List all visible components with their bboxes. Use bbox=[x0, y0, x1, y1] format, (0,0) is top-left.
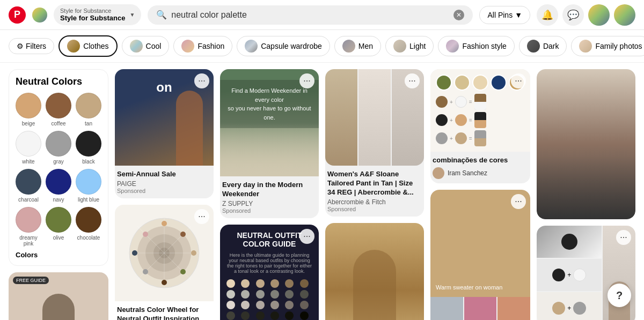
masonry-grid: Neutral Colors beige coffee tan bbox=[9, 69, 635, 320]
notifications-icon[interactable]: 🔔 bbox=[537, 4, 558, 26]
header-icons: 🔔 💬 bbox=[537, 4, 635, 26]
neutrals-wheel-card[interactable]: Neutrals Color Wheel for Neutral Outfit … bbox=[115, 205, 214, 320]
brand-label-top: Style for Substance bbox=[60, 8, 125, 14]
combinacoes-author: Iram Sanchez bbox=[448, 169, 487, 177]
color-tan: tan bbox=[76, 93, 101, 126]
pinterest-logo[interactable]: P bbox=[9, 6, 26, 24]
card-more-button[interactable]: ··· bbox=[511, 73, 526, 88]
sloane-card[interactable]: Women's A&F Sloane Tailored Pant in Tan … bbox=[325, 69, 424, 217]
column-6: + + Common Fashion Mistakes. bbox=[537, 69, 635, 320]
guide-subtitle: Here is the ultimate guide to planning y… bbox=[226, 252, 312, 274]
card-more-button[interactable]: ··· bbox=[299, 229, 314, 244]
garnet-overlay: Warm sweater on woman bbox=[436, 284, 525, 292]
svg-point-12 bbox=[180, 269, 186, 274]
neutral-colors-title: Neutral Colors bbox=[16, 76, 101, 87]
chip-men[interactable]: Men bbox=[334, 36, 381, 56]
chip-capsule[interactable]: Capsule wardrobe bbox=[237, 36, 330, 56]
card-more-button[interactable]: ··· bbox=[299, 73, 314, 88]
filter-icon: ⚙ bbox=[17, 42, 24, 50]
color-navy: navy bbox=[46, 169, 71, 203]
chevron-down-icon: ▼ bbox=[129, 12, 135, 18]
chip-fashion[interactable]: Fashion bbox=[173, 36, 232, 56]
brand-avatar bbox=[32, 8, 47, 23]
card-more-button[interactable]: ··· bbox=[194, 73, 209, 88]
neutral-guide-card[interactable]: NEUTRAL OUTFITCOLOR GUIDE Here is the ul… bbox=[220, 225, 319, 320]
profile-icon[interactable] bbox=[614, 4, 635, 26]
sloane-source: Abercrombie & Fitch bbox=[327, 198, 422, 206]
chevron-down-icon: ▼ bbox=[515, 11, 522, 19]
header-brand-btn[interactable]: Style for Substance Style for Substance … bbox=[54, 4, 141, 25]
modern-weekender-info: Every day in the Modern Weekender Z SUPP… bbox=[220, 176, 319, 218]
chip-cool[interactable]: Cool bbox=[122, 36, 170, 56]
chip-fashion-style[interactable]: Fashion style bbox=[438, 36, 514, 56]
messages-icon[interactable]: 💬 bbox=[562, 4, 584, 26]
color-gray: gray bbox=[46, 131, 71, 165]
home-icon[interactable] bbox=[588, 4, 610, 26]
combinacoes-title: combinações de cores bbox=[433, 156, 528, 165]
colors-section: Colors bbox=[16, 251, 101, 259]
color-dreamy-pink: dreamy pink bbox=[16, 207, 41, 247]
garnet-more-button[interactable]: ··· bbox=[511, 194, 526, 209]
all-pins-label: All Pins bbox=[487, 11, 513, 19]
semi-annual-card[interactable]: on Semi-Annual Sale PAIGE Sponsored ··· bbox=[115, 69, 214, 198]
sloane-title: Women's A&F Sloane Tailored Pant in Tan … bbox=[327, 170, 422, 197]
semi-annual-title: Semi-Annual Sale bbox=[117, 170, 211, 179]
color-black: black bbox=[76, 131, 101, 165]
brown-jacket-card[interactable] bbox=[325, 223, 424, 320]
neutral-colors-card[interactable]: Neutral Colors beige coffee tan bbox=[9, 69, 108, 266]
color-chocolate: chocolate bbox=[76, 207, 101, 247]
svg-point-11 bbox=[191, 250, 196, 256]
chip-light[interactable]: Light bbox=[385, 36, 434, 56]
color-wheel-svg bbox=[127, 215, 202, 291]
search-input[interactable] bbox=[171, 10, 449, 20]
header: P Style for Substance Style for Substanc… bbox=[0, 0, 644, 30]
search-clear-button[interactable]: ✕ bbox=[453, 10, 464, 20]
sloane-sponsored: Sponsored bbox=[327, 206, 422, 212]
semi-annual-sponsored: Sponsored bbox=[117, 188, 211, 194]
svg-point-13 bbox=[162, 280, 167, 285]
blond-woman-card[interactable] bbox=[537, 69, 635, 219]
color-olive: olive bbox=[46, 207, 71, 247]
card-more-button[interactable]: ··· bbox=[194, 209, 209, 224]
combinacoes-info: combinações de cores Iram Sanchez bbox=[430, 152, 530, 183]
neutrals-wheel-info: Neutrals Color Wheel for Neutral Outfit … bbox=[115, 301, 214, 320]
search-bar: 🔍 ✕ bbox=[148, 5, 473, 25]
chip-clothes[interactable]: Clothes bbox=[58, 35, 117, 57]
svg-point-15 bbox=[132, 250, 137, 256]
chip-family[interactable]: Family photos bbox=[571, 36, 644, 56]
modern-weekender-card[interactable]: Find a Modern Weekender in every colorso… bbox=[220, 69, 319, 218]
garnet-sub-images bbox=[430, 297, 530, 320]
all-pins-button[interactable]: All Pins ▼ bbox=[479, 6, 530, 24]
howto-image: FREE GUIDE HOW TO bbox=[9, 272, 108, 320]
color-grid: beige coffee tan white bbox=[16, 93, 101, 247]
help-button[interactable]: ? bbox=[608, 284, 631, 307]
svg-point-9 bbox=[162, 221, 167, 226]
sale-overlay-text: on bbox=[156, 80, 172, 95]
modern-weekender-title: Every day in the Modern Weekender bbox=[222, 181, 317, 199]
filters-button[interactable]: ⚙ Filters bbox=[9, 38, 54, 54]
svg-point-16 bbox=[143, 232, 148, 237]
howto-card[interactable]: FREE GUIDE HOW TO bbox=[9, 272, 108, 320]
sloane-info: Women's A&F Sloane Tailored Pant in Tan … bbox=[325, 166, 424, 217]
column-4: Women's A&F Sloane Tailored Pant in Tan … bbox=[325, 69, 424, 320]
combinacoes-card[interactable]: + = + = bbox=[430, 69, 530, 183]
color-charcoal: charcoal bbox=[16, 169, 41, 203]
column-3: Find a Modern Weekender in every colorso… bbox=[220, 69, 319, 320]
card-more-button[interactable]: ··· bbox=[405, 73, 420, 88]
modern-weekender-source: Z SUPPLY bbox=[222, 200, 317, 207]
combinacoes-avatar bbox=[433, 167, 444, 179]
color-coffee: coffee bbox=[46, 93, 71, 126]
search-icon: 🔍 bbox=[156, 10, 167, 20]
svg-point-10 bbox=[180, 232, 186, 237]
color-light-blue: light blue bbox=[76, 169, 101, 203]
chip-dark[interactable]: Dark bbox=[519, 36, 567, 56]
column-1: Neutral Colors beige coffee tan bbox=[9, 69, 108, 320]
modern-weekender-sponsored: Sponsored bbox=[222, 207, 317, 214]
garnet-card[interactable]: Warm sweater on woman Garnet Hill Garnet… bbox=[430, 190, 530, 320]
color-beige: beige bbox=[16, 93, 41, 126]
card-more-button[interactable]: ··· bbox=[616, 230, 631, 245]
filter-bar: ⚙ Filters Clothes Cool Fashion Capsule w… bbox=[0, 30, 644, 63]
brand-label-bottom: Style for Substance bbox=[60, 14, 125, 22]
combinacoes-author-row: Iram Sanchez bbox=[433, 167, 528, 179]
column-2: on Semi-Annual Sale PAIGE Sponsored ··· bbox=[115, 69, 214, 320]
